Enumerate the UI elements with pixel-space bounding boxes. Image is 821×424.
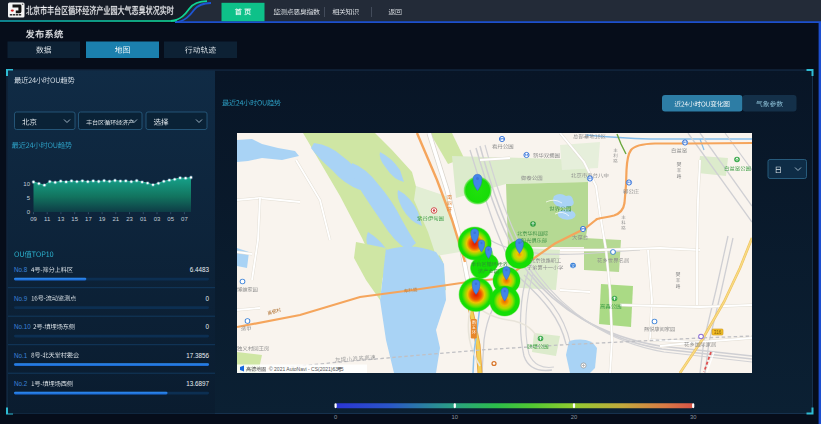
svg-text:10: 10	[23, 181, 30, 187]
svg-text:No.9: No.9	[14, 295, 28, 302]
svg-text:No.8: No.8	[14, 266, 28, 273]
svg-text:01: 01	[140, 216, 147, 222]
svg-text:No.1: No.1	[14, 352, 28, 359]
svg-text:0: 0	[334, 414, 337, 420]
svg-text:0: 0	[205, 295, 209, 302]
svg-text:15: 15	[71, 216, 78, 222]
svg-text:17.3856: 17.3856	[186, 352, 209, 359]
svg-text:No.2: No.2	[14, 380, 28, 387]
svg-text:10: 10	[452, 414, 458, 420]
svg-text:23: 23	[126, 216, 133, 222]
svg-text:07: 07	[181, 216, 188, 222]
svg-text:No.10: No.10	[14, 323, 31, 330]
svg-text:20: 20	[571, 414, 577, 420]
svg-text:13.6897: 13.6897	[186, 380, 209, 387]
svg-text:05: 05	[167, 216, 174, 222]
svg-text:6.4483: 6.4483	[190, 266, 210, 273]
svg-text:30: 30	[690, 414, 696, 420]
svg-text:316: 316	[714, 330, 722, 335]
svg-text:17: 17	[85, 216, 92, 222]
svg-text:03: 03	[154, 216, 161, 222]
svg-text:21: 21	[112, 216, 119, 222]
svg-text:© 2021 AutoNavi - CS(2021)6375: © 2021 AutoNavi - CS(2021)6375	[269, 366, 344, 372]
svg-text:09: 09	[30, 216, 37, 222]
svg-text:0: 0	[205, 323, 209, 330]
svg-text:11: 11	[44, 216, 51, 222]
svg-text:13: 13	[58, 216, 65, 222]
svg-text:19: 19	[99, 216, 106, 222]
